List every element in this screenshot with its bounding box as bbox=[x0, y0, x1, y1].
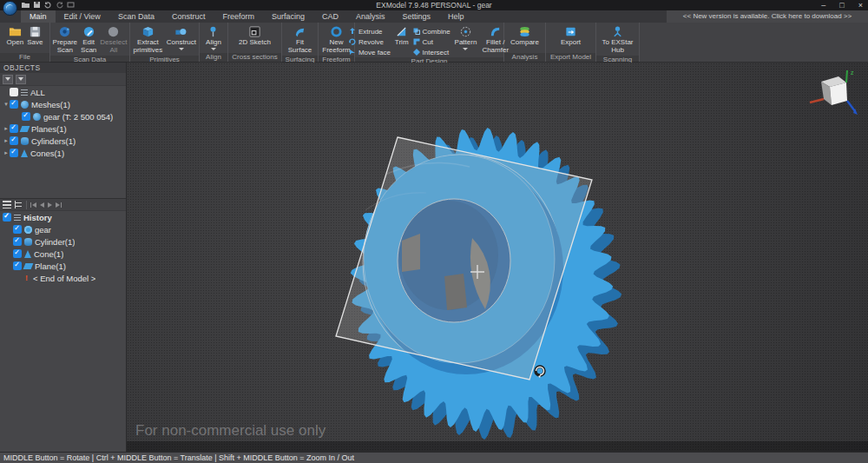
prepare-scan-button[interactable]: Prepare Scan bbox=[52, 24, 78, 56]
tab-construct[interactable]: Construct bbox=[163, 10, 214, 23]
expand-arrow-icon[interactable]: ▸ bbox=[3, 135, 10, 147]
history-item-plane[interactable]: Plane(1) bbox=[0, 260, 126, 272]
extrude-button[interactable]: Extrude bbox=[349, 26, 391, 36]
viewport-3d[interactable]: z For non-commercial use only bbox=[127, 63, 868, 452]
tree-item-cones[interactable]: ▸ Cones(1) bbox=[0, 147, 126, 159]
checkbox-history-cone[interactable] bbox=[13, 249, 22, 258]
history-item-cone[interactable]: Cone(1) bbox=[0, 248, 126, 260]
fit-surface-button[interactable]: Fit Surface bbox=[284, 24, 316, 56]
part-design-small-column-1: Extrude Revolve Move face bbox=[349, 24, 391, 57]
history-tree-view-icon[interactable] bbox=[15, 201, 23, 208]
new-freeform-button[interactable]: New Freeform bbox=[320, 24, 352, 56]
group-label-file: File bbox=[0, 53, 49, 62]
tab-freeform[interactable]: Freeform bbox=[214, 10, 263, 23]
ribbon-group-analysis: Compare Analysis bbox=[504, 23, 546, 62]
tab-analysis[interactable]: Analysis bbox=[347, 10, 394, 23]
history-list-view-icon[interactable] bbox=[3, 201, 11, 208]
history-item-end-of-model[interactable]: ! < End of Model > bbox=[0, 272, 126, 284]
save-button[interactable]: Save bbox=[26, 24, 43, 48]
tab-settings[interactable]: Settings bbox=[394, 10, 440, 23]
step-forward-icon[interactable] bbox=[48, 202, 52, 208]
2d-sketch-button[interactable]: 2D Sketch bbox=[238, 24, 272, 48]
cut-button[interactable]: Cut bbox=[413, 36, 450, 47]
tree-item-cylinders[interactable]: ▸ Cylinders(1) bbox=[0, 135, 126, 147]
ribbon-group-surfacing: Fit Surface Surfacing bbox=[282, 23, 319, 62]
app-logo-icon[interactable] bbox=[3, 1, 17, 16]
checkbox-all[interactable] bbox=[10, 88, 18, 96]
orientation-cube[interactable]: z bbox=[807, 68, 861, 120]
history-item-cylinder[interactable]: Cylinder(1) bbox=[0, 235, 126, 248]
collapse-arrow-icon[interactable]: ▾ bbox=[3, 98, 10, 110]
checkbox-meshes[interactable] bbox=[10, 100, 18, 109]
tab-scan-data[interactable]: Scan Data bbox=[109, 10, 163, 23]
step-back-icon[interactable] bbox=[40, 202, 44, 208]
trim-button[interactable]: Trim bbox=[394, 24, 410, 48]
checkbox-history-cylinder[interactable] bbox=[13, 237, 22, 246]
objects-panel-toolbar bbox=[0, 73, 126, 86]
history-item-gear[interactable]: gear bbox=[0, 223, 126, 235]
sort-objects-icon[interactable] bbox=[16, 75, 26, 84]
close-button[interactable]: × bbox=[858, 0, 863, 10]
history-panel-toolbar bbox=[0, 198, 126, 211]
open-folder-icon bbox=[9, 25, 22, 38]
checkbox-history[interactable] bbox=[3, 213, 11, 222]
pattern-button[interactable]: Pattern bbox=[454, 24, 478, 51]
export-button[interactable]: Export bbox=[560, 24, 582, 48]
maximize-button[interactable]: □ bbox=[839, 0, 844, 10]
construct-button[interactable]: Construct bbox=[166, 24, 197, 51]
tab-edit-view[interactable]: Edit / View bbox=[56, 10, 109, 23]
open-button[interactable]: Open bbox=[6, 24, 25, 48]
ribbon-group-export-model: Export Export Model bbox=[546, 23, 596, 62]
edit-scan-button[interactable]: Edit Scan bbox=[80, 24, 97, 56]
group-label-analysis: Analysis bbox=[504, 53, 545, 62]
tree-item-all[interactable]: ALL bbox=[0, 86, 126, 98]
tab-main[interactable]: Main bbox=[21, 10, 56, 23]
align-button[interactable]: Align bbox=[205, 24, 222, 51]
history-item-root[interactable]: History bbox=[0, 211, 126, 223]
update-notification[interactable]: << New version is available. Click here … bbox=[667, 10, 868, 23]
plane-icon bbox=[20, 126, 30, 132]
tree-item-planes[interactable]: ▸ Planes(1) bbox=[0, 122, 126, 135]
revolve-button[interactable]: Revolve bbox=[349, 36, 391, 47]
move-face-icon bbox=[349, 49, 356, 56]
new-freeform-icon bbox=[330, 25, 343, 38]
expand-arrow-icon[interactable]: ▸ bbox=[3, 147, 10, 159]
checkbox-history-plane[interactable] bbox=[13, 261, 22, 270]
ribbon-group-part-design: Extrude Revolve Move face Trim bbox=[355, 23, 504, 62]
checkbox-planes[interactable] bbox=[10, 124, 18, 133]
move-face-button[interactable]: Move face bbox=[349, 47, 391, 57]
checkbox-cones[interactable] bbox=[10, 149, 18, 157]
intersect-icon bbox=[413, 49, 420, 56]
prepare-scan-icon bbox=[58, 25, 71, 38]
gear-model-canvas[interactable] bbox=[127, 63, 868, 452]
checkbox-gear[interactable] bbox=[22, 112, 30, 121]
step-last-icon[interactable] bbox=[56, 202, 62, 208]
ribbon-toolbar: Open Save File Prepare Scan Edit Scan bbox=[0, 23, 868, 63]
cut-icon bbox=[413, 38, 420, 45]
deselect-all-icon bbox=[107, 25, 120, 38]
gear-icon bbox=[24, 226, 32, 234]
ribbon-group-cross-sections: 2D Sketch Cross sections bbox=[228, 23, 282, 62]
to-exstar-hub-button[interactable]: To EXStar Hub bbox=[598, 24, 637, 56]
extract-primitives-button[interactable]: Extract primitives bbox=[132, 24, 164, 56]
intersect-button[interactable]: Intersect bbox=[413, 47, 450, 57]
checkbox-history-gear[interactable] bbox=[13, 225, 22, 234]
tab-cad[interactable]: CAD bbox=[313, 10, 347, 23]
checkbox-cylinders[interactable] bbox=[10, 136, 18, 145]
tree-item-meshes[interactable]: ▾ Meshes(1) bbox=[0, 98, 126, 110]
expand-arrow-icon[interactable]: ▸ bbox=[3, 122, 10, 135]
construct-dropdown-caret bbox=[179, 48, 184, 50]
deselect-all-button[interactable]: Deselect All bbox=[99, 24, 128, 56]
plane-icon bbox=[23, 263, 34, 269]
minimize-button[interactable]: – bbox=[821, 0, 825, 10]
compare-button[interactable]: Compare bbox=[510, 24, 540, 48]
step-first-icon[interactable] bbox=[30, 202, 36, 208]
filter-objects-icon[interactable] bbox=[3, 75, 13, 84]
app-window: EXModel 7.9.48 PERSONAL - gear – □ × Mai… bbox=[0, 0, 868, 463]
tab-surfacing[interactable]: Surfacing bbox=[263, 10, 313, 23]
tab-help[interactable]: Help bbox=[439, 10, 473, 23]
combine-button[interactable]: Combine bbox=[413, 26, 450, 36]
tree-item-gear[interactable]: gear (T: 2 500 054) bbox=[0, 110, 126, 122]
export-icon bbox=[564, 25, 577, 38]
combine-icon bbox=[413, 28, 420, 35]
